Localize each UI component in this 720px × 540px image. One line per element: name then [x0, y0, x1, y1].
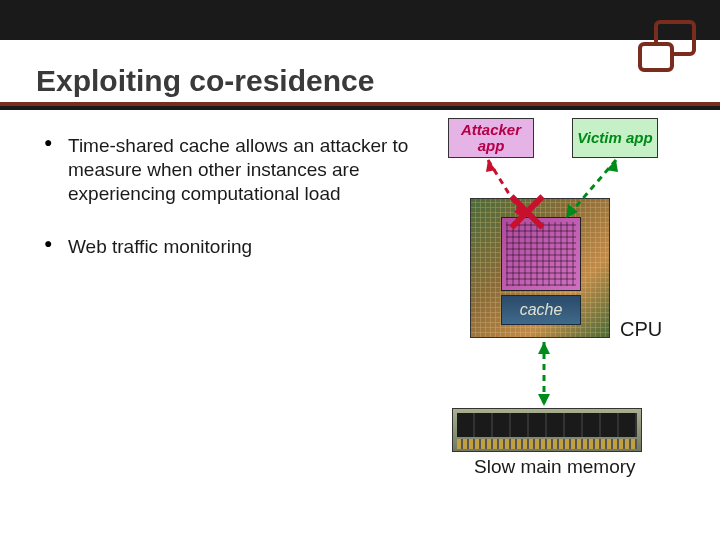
bullet-item: Web traffic monitoring	[44, 235, 424, 259]
bullet-list: Time-shared cache allows an attacker to …	[44, 134, 424, 259]
slide-title: Exploiting co-residence	[36, 64, 720, 98]
svg-marker-8	[538, 342, 550, 354]
diagram: Attacker app Victim app cache	[440, 118, 700, 498]
title-area: Exploiting co-residence	[0, 40, 720, 106]
ram-module-icon	[452, 408, 642, 452]
bullet-item: Time-shared cache allows an attacker to …	[44, 134, 424, 205]
content-area: Time-shared cache allows an attacker to …	[0, 106, 720, 259]
cpu-label: CPU	[620, 318, 662, 341]
blocked-cross-icon	[506, 192, 546, 232]
cache-label: cache	[501, 295, 581, 325]
top-bar	[0, 0, 720, 40]
victim-app-box: Victim app	[572, 118, 658, 158]
slide: Exploiting co-residence Time-shared cach…	[0, 0, 720, 540]
attacker-app-box: Attacker app	[448, 118, 534, 158]
svg-marker-5	[606, 160, 618, 172]
memory-label: Slow main memory	[474, 456, 636, 478]
svg-marker-7	[538, 394, 550, 406]
svg-marker-2	[486, 160, 496, 172]
